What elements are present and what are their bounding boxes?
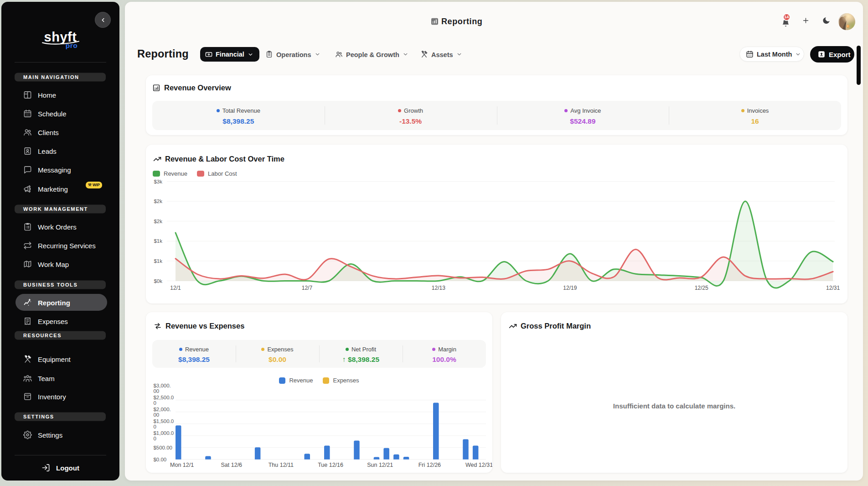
svg-text:12/31: 12/31 [826,285,840,291]
svg-text:12/25: 12/25 [695,285,708,291]
svg-text:12/1: 12/1 [170,285,181,291]
svg-text:$1k: $1k [154,258,162,264]
svg-text:$2k: $2k [154,219,162,224]
svg-text:12/19: 12/19 [563,285,577,291]
svg-text:12/13: 12/13 [432,285,445,291]
svg-text:$0k: $0k [154,278,162,284]
svg-text:12/7: 12/7 [302,285,313,291]
svg-text:$2k: $2k [154,199,162,204]
svg-text:$3k: $3k [154,179,162,184]
svg-text:$1k: $1k [154,238,162,244]
